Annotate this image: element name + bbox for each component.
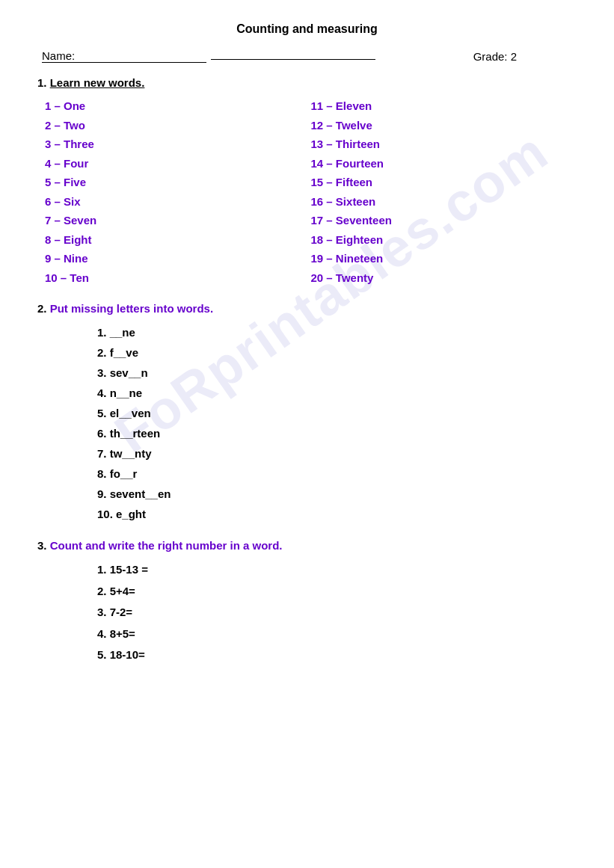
section-3: 3. Count and write the right number in a… xyxy=(37,539,577,666)
missing-item-10: 10. e_ght xyxy=(97,504,577,524)
section-2-number: 2. xyxy=(37,302,47,315)
name-underline xyxy=(211,59,375,60)
math-list: 1. 15-13 = 2. 5+4= 3. 7-2= 4. 8+5= 5. 18… xyxy=(97,559,577,666)
section-3-number: 3. xyxy=(37,539,47,552)
words-col-1: 1 – One 2 – Two 3 – Three 4 – Four 5 – F… xyxy=(45,96,311,287)
word-20: 20 – Twenty xyxy=(311,268,577,288)
word-6: 6 – Six xyxy=(45,192,311,212)
missing-letters-list: 1. __ne 2. f__ve 3. sev__n 4. n__ne 5. e… xyxy=(97,322,577,524)
missing-item-7: 7. tw__nty xyxy=(97,443,577,464)
word-11: 11 – Eleven xyxy=(311,96,577,116)
word-7: 7 – Seven xyxy=(45,211,311,230)
word-9: 9 – Nine xyxy=(45,249,311,268)
section-2-title: 2. Put missing letters into words. xyxy=(37,302,577,315)
section-3-title: 3. Count and write the right number in a… xyxy=(37,539,577,552)
math-item-1: 1. 15-13 = xyxy=(97,559,577,581)
word-5: 5 – Five xyxy=(45,173,311,192)
word-14: 14 – Fourteen xyxy=(311,154,577,173)
missing-item-9: 9. sevent__en xyxy=(97,484,577,504)
math-item-2: 2. 5+4= xyxy=(97,581,577,603)
header-row: Name: Grade: 2 xyxy=(37,49,577,63)
word-2: 2 – Two xyxy=(45,116,311,135)
missing-item-4: 4. n__ne xyxy=(97,383,577,403)
grade-field: Grade: 2 xyxy=(473,50,517,63)
word-8: 8 – Eight xyxy=(45,230,311,250)
word-17: 17 – Seventeen xyxy=(311,211,577,230)
section-3-label: Count and write the right number in a wo… xyxy=(50,539,283,552)
name-field: Name: xyxy=(37,49,375,63)
word-15: 15 – Fifteen xyxy=(311,173,577,192)
section-1-number: 1. xyxy=(37,76,47,89)
math-item-5: 5. 18-10= xyxy=(97,644,577,666)
word-12: 12 – Twelve xyxy=(311,116,577,135)
missing-item-5: 5. el__ven xyxy=(97,403,577,423)
section-2: 2. Put missing letters into words. 1. __… xyxy=(37,302,577,524)
missing-item-3: 3. sev__n xyxy=(97,363,577,383)
missing-item-2: 2. f__ve xyxy=(97,342,577,363)
word-10: 10 – Ten xyxy=(45,268,311,288)
missing-item-1: 1. __ne xyxy=(97,322,577,342)
math-item-4: 4. 8+5= xyxy=(97,624,577,645)
words-col-2: 11 – Eleven 12 – Twelve 13 – Thirteen 14… xyxy=(311,96,577,287)
missing-item-8: 8. fo__r xyxy=(97,464,577,484)
missing-item-6: 6. th__rteen xyxy=(97,423,577,443)
word-3: 3 – Three xyxy=(45,135,311,154)
page-title: Counting and measuring xyxy=(37,22,577,36)
word-19: 19 – Nineteen xyxy=(311,249,577,268)
word-1: 1 – One xyxy=(45,96,311,116)
word-13: 13 – Thirteen xyxy=(311,135,577,154)
section-2-label: Put missing letters into words. xyxy=(50,302,213,315)
name-label: Name: xyxy=(42,49,206,63)
section-1-title: 1. Learn new words. xyxy=(37,76,577,89)
words-grid: 1 – One 2 – Two 3 – Three 4 – Four 5 – F… xyxy=(45,96,577,287)
word-4: 4 – Four xyxy=(45,154,311,173)
math-item-3: 3. 7-2= xyxy=(97,602,577,624)
section-1-label: Learn new words. xyxy=(50,76,145,89)
word-18: 18 – Eighteen xyxy=(311,230,577,250)
word-16: 16 – Sixteen xyxy=(311,192,577,212)
section-1: 1. Learn new words. 1 – One 2 – Two 3 – … xyxy=(37,76,577,287)
